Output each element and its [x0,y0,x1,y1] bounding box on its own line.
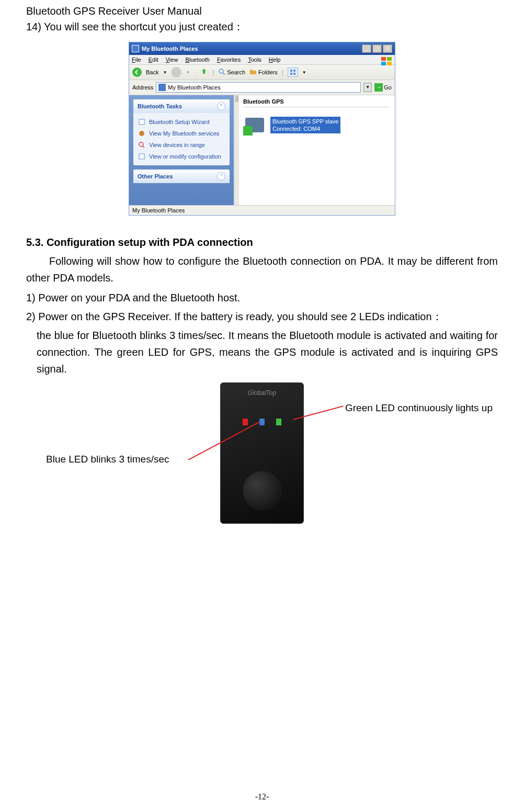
views-dropdown-icon[interactable]: ▼ [302,70,306,75]
svg-rect-2 [381,62,386,65]
sidebar-item-view-config[interactable]: View or modify configuration [138,151,225,162]
screenshot-container: My Bluetooth Places _ □ × File Edit View… [26,42,498,216]
menu-file[interactable]: File [132,57,141,63]
toolbar-separator: | [282,69,283,75]
forward-button[interactable] [171,67,181,77]
sidebar-item-label: View devices in range [149,142,205,148]
folders-label: Folders [258,69,278,75]
svg-rect-9 [293,73,295,75]
device-figure: GlobalTop Green LED continuously lights … [26,382,498,539]
svg-rect-3 [387,62,392,65]
address-input[interactable]: My Bluetooth Places [156,82,361,93]
sidebar-item-view-services[interactable]: View My Bluetooth services [138,128,225,139]
maximize-button[interactable]: □ [372,44,382,53]
menu-tools[interactable]: Tools [248,57,261,63]
panel-header[interactable]: Bluetooth Tasks ⌃ [133,99,230,113]
sidebar-item-label: Bluetooth Setup Wizard [149,119,210,125]
sidebar-item-label: View My Bluetooth services [149,130,219,137]
svg-rect-8 [290,73,292,75]
page-number: -12- [255,792,269,802]
svg-point-11 [139,131,144,136]
device-status: Connected: COM4 [272,125,338,132]
svg-point-4 [219,69,223,73]
svg-line-5 [223,73,225,75]
section-heading: 5.3. Configuration setup with PDA connec… [26,236,498,249]
scrollbar[interactable] [235,95,239,205]
step-14-text: 14) You will see the shortcut you just c… [26,20,498,34]
search-devices-icon [138,141,146,149]
minimize-button[interactable]: _ [362,44,371,53]
step-1-text: 1) Power on your PDA and the Bluetooth h… [26,289,498,306]
menu-bar: File Edit View Bluetooth Favorites Tools… [129,55,395,65]
collapse-icon[interactable]: ⌃ [217,172,225,181]
back-label: Back [146,69,158,75]
back-dropdown-icon[interactable]: ▼ [163,70,167,75]
search-label: Search [227,69,245,75]
up-folder-icon[interactable] [200,67,208,77]
menu-bluetooth[interactable]: Bluetooth [185,57,210,63]
folders-icon [249,68,257,76]
svg-rect-14 [139,154,144,159]
address-label: Address [132,84,153,91]
menu-favorites[interactable]: Favorites [217,57,241,63]
views-button[interactable] [288,67,298,77]
sidebar-item-label: View or modify configuration [149,153,221,160]
panel-title: Other Places [138,173,173,179]
close-button[interactable]: × [383,44,392,53]
window-titlebar: My Bluetooth Places _ □ × [129,42,395,55]
device-brand: GlobalTop [248,389,276,397]
panel-header[interactable]: Other Places ⌃ [133,170,230,183]
toolbar: Back ▼ ▼ · | Search Folders | [129,65,395,80]
panel-items: Bluetooth Setup Wizard View My Bluetooth… [133,113,230,165]
content-heading: Bluetooth GPS [235,95,395,107]
svg-rect-10 [139,119,144,125]
step-2-body: the blue for Bluetooth blinks 3 times/se… [26,327,498,377]
svg-line-13 [143,146,144,148]
device-name: Bluetooth GPS SPP slave [272,118,338,125]
led-indicators [243,419,281,425]
panel-title: Bluetooth Tasks [138,103,182,109]
content-divider [243,107,390,107]
menu-help[interactable]: Help [269,57,281,63]
svg-rect-0 [381,57,386,61]
callout-green-led: Green LED continuously lights up [345,402,493,414]
menu-edit[interactable]: Edit [149,57,158,63]
svg-rect-1 [387,57,392,61]
config-icon [138,152,146,161]
services-icon [138,129,146,138]
window-title: My Bluetooth Places [142,46,198,52]
menu-view[interactable]: View [166,57,178,63]
address-value: My Bluetooth Places [168,84,220,91]
address-bar: Address My Bluetooth Places ▼ → Go [129,80,395,95]
other-places-panel: Other Places ⌃ [133,170,230,183]
windows-logo-icon [381,57,392,66]
go-arrow-icon: → [374,83,383,92]
toolbar-separator: · [194,69,196,75]
sidebar-item-view-devices[interactable]: View devices in range [138,139,225,151]
go-button[interactable]: → Go [374,83,392,92]
blue-led-icon [259,419,265,425]
address-dropdown-icon[interactable]: ▼ [363,83,372,92]
svg-point-12 [139,142,143,146]
back-button[interactable] [132,67,142,77]
explorer-window: My Bluetooth Places _ □ × File Edit View… [129,42,395,216]
sidebar-item-setup-wizard[interactable]: Bluetooth Setup Wizard [138,116,225,128]
toolbar-separator: | [212,69,214,75]
collapse-icon[interactable]: ⌃ [217,102,225,110]
svg-rect-7 [293,70,295,72]
window-controls: _ □ × [362,44,392,53]
window-body: Bluetooth Tasks ⌃ Bluetooth Setup Wizard… [129,95,395,205]
device-icon [243,115,266,136]
status-bar: My Bluetooth Places [129,205,395,215]
search-icon [218,68,225,76]
gps-device-image: GlobalTop [220,382,304,524]
forward-dropdown-icon[interactable]: ▼ [186,70,190,75]
callout-blue-led: Blue LED blinks 3 times/sec [46,454,169,465]
step-2-text: 2) Power on the GPS Receiver. If the bat… [26,308,498,325]
folders-button[interactable]: Folders [249,68,278,76]
go-label: Go [384,84,392,91]
device-shortcut[interactable]: Bluetooth GPS SPP slave Connected: COM4 [235,112,395,138]
bluetooth-icon [132,45,139,52]
search-button[interactable]: Search [218,68,245,76]
svg-rect-6 [290,70,292,72]
